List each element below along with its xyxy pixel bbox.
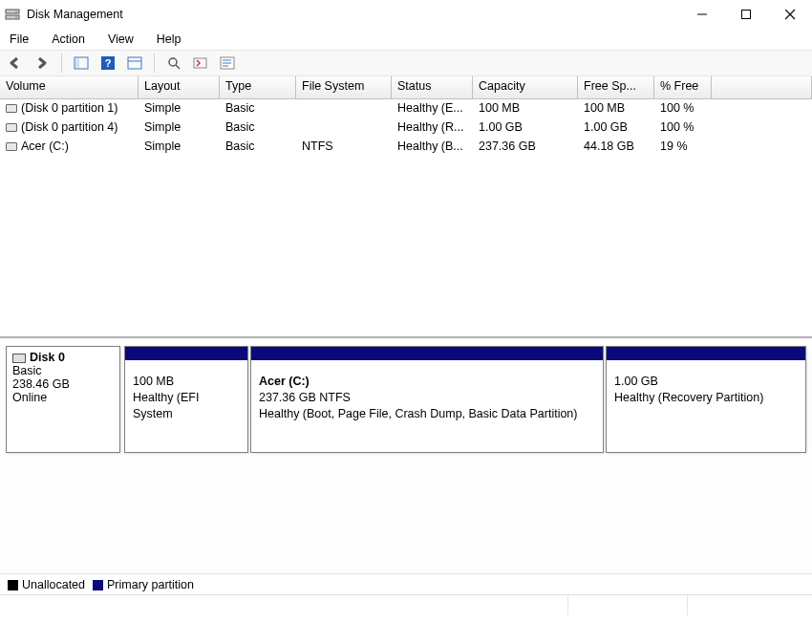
disk-name: Disk 0 xyxy=(30,351,65,364)
unallocated-swatch xyxy=(8,580,18,590)
disk-size: 238.46 GB xyxy=(12,377,114,391)
disk-partitions: 100 MBHealthy (EFI SystemAcer (C:)237.36… xyxy=(124,346,806,453)
svg-rect-9 xyxy=(75,58,79,68)
volume-row[interactable]: (Disk 0 partition 4)SimpleBasicHealthy (… xyxy=(0,118,812,138)
menu-help[interactable]: Help xyxy=(153,31,191,48)
status-segment xyxy=(688,595,812,615)
svg-rect-0 xyxy=(6,10,19,13)
show-hide-console-tree-button[interactable] xyxy=(70,53,93,74)
volume-icon xyxy=(6,142,17,151)
col-type[interactable]: Type xyxy=(220,76,296,98)
close-button[interactable] xyxy=(768,0,812,29)
volume-row[interactable]: (Disk 0 partition 1)SimpleBasicHealthy (… xyxy=(0,99,812,118)
volume-list-body[interactable]: (Disk 0 partition 1)SimpleBasicHealthy (… xyxy=(0,99,812,336)
maximize-button[interactable] xyxy=(724,0,768,29)
disk-graphical-view: Disk 0 Basic 238.46 GB Online 100 MBHeal… xyxy=(0,338,812,573)
menu-bar: File Action View Help xyxy=(0,29,812,50)
forward-button[interactable] xyxy=(31,53,53,74)
svg-rect-12 xyxy=(128,57,141,69)
col-capacity[interactable]: Capacity xyxy=(473,76,578,98)
svg-point-3 xyxy=(15,16,17,18)
back-button[interactable] xyxy=(4,53,27,74)
partition[interactable]: Acer (C:)237.36 GB NTFSHealthy (Boot, Pa… xyxy=(250,346,604,453)
col-volume[interactable]: Volume xyxy=(0,76,139,98)
disk-block: Disk 0 Basic 238.46 GB Online 100 MBHeal… xyxy=(6,346,806,453)
disk-type: Basic xyxy=(12,364,114,377)
volume-icon xyxy=(6,123,17,132)
view-settings-button[interactable] xyxy=(123,53,146,74)
col-status[interactable]: Status xyxy=(392,76,473,98)
svg-line-15 xyxy=(176,65,180,69)
disk-info-panel[interactable]: Disk 0 Basic 238.46 GB Online xyxy=(6,346,120,453)
col-padding xyxy=(712,76,812,98)
toolbar-separator xyxy=(154,54,155,73)
refresh-button[interactable] xyxy=(162,53,185,74)
svg-rect-5 xyxy=(742,11,751,19)
col-layout[interactable]: Layout xyxy=(139,76,220,98)
status-segment xyxy=(568,595,688,615)
menu-view[interactable]: View xyxy=(104,31,143,48)
partition[interactable]: 100 MBHealthy (EFI System xyxy=(124,346,248,453)
col-freespace[interactable]: Free Sp... xyxy=(578,76,654,98)
partition-size: 1.00 GB xyxy=(614,374,798,390)
partition-stripe xyxy=(125,347,247,360)
legend: Unallocated Primary partition xyxy=(0,573,812,594)
volume-row[interactable]: Acer (C:)SimpleBasicNTFSHealthy (B...237… xyxy=(0,138,812,157)
volume-list: Volume Layout Type File System Status Ca… xyxy=(0,76,812,338)
disk-state: Online xyxy=(12,391,114,404)
partition[interactable]: 1.00 GBHealthy (Recovery Partition) xyxy=(606,346,806,453)
legend-primary: Primary partition xyxy=(93,578,194,591)
svg-text:?: ? xyxy=(105,57,112,69)
menu-action[interactable]: Action xyxy=(48,31,95,48)
minimize-button[interactable] xyxy=(680,0,724,29)
properties-button[interactable] xyxy=(216,53,239,74)
partition-stripe xyxy=(251,347,603,360)
partition-size: 237.36 GB NTFS xyxy=(259,390,595,406)
toolbar-separator xyxy=(61,54,62,73)
legend-unallocated: Unallocated xyxy=(8,578,85,591)
disk-icon xyxy=(12,354,26,363)
partition-size: 100 MB xyxy=(133,374,240,390)
partition-status: Healthy (Recovery Partition) xyxy=(614,390,798,406)
col-pctfree[interactable]: % Free xyxy=(654,76,712,98)
partition-label: Acer (C:) xyxy=(259,374,595,390)
status-segment xyxy=(0,595,568,615)
primary-swatch xyxy=(93,580,103,590)
col-filesystem[interactable]: File System xyxy=(296,76,392,98)
svg-point-2 xyxy=(15,11,17,12)
partition-status: Healthy (Boot, Page File, Crash Dump, Ba… xyxy=(259,406,595,422)
app-icon xyxy=(4,6,21,23)
status-bar xyxy=(0,594,812,615)
toolbar: ? xyxy=(0,50,812,76)
title-bar: Disk Management xyxy=(0,0,812,29)
svg-point-14 xyxy=(169,58,177,66)
window-controls xyxy=(680,0,812,29)
rescan-disks-button[interactable] xyxy=(189,53,212,74)
partition-status: Healthy (EFI System xyxy=(133,390,240,422)
svg-rect-1 xyxy=(6,15,19,19)
menu-file[interactable]: File xyxy=(6,31,38,48)
volume-icon xyxy=(6,104,17,113)
window-title: Disk Management xyxy=(27,8,123,21)
volume-list-header: Volume Layout Type File System Status Ca… xyxy=(0,76,812,99)
partition-stripe xyxy=(607,347,805,360)
help-button[interactable]: ? xyxy=(96,53,119,74)
